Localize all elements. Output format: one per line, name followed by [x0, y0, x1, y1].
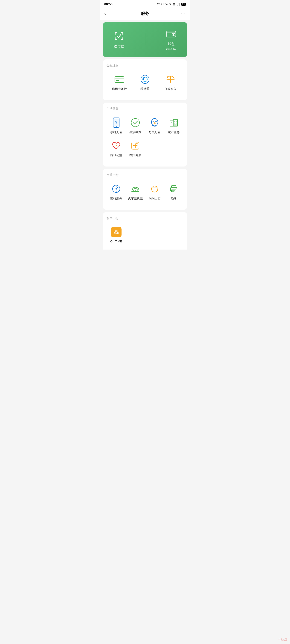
- on-time-label: On TIME: [110, 240, 122, 243]
- back-button[interactable]: ‹: [104, 10, 111, 16]
- city-service-icon: [168, 117, 179, 128]
- wealth-label: 理财通: [140, 87, 149, 91]
- svg-point-22: [142, 79, 144, 80]
- finance-row-1: 信用卡还款 理财通: [107, 72, 183, 93]
- hotel-icon: [168, 184, 179, 194]
- wallet-icon: [165, 28, 177, 40]
- payment-item[interactable]: 收付款: [113, 30, 125, 48]
- placeholder-1: [145, 138, 164, 159]
- on-time-bot: TIME: [114, 232, 119, 234]
- transport-section: 交通出行 出行服务: [103, 169, 187, 210]
- svg-rect-13: [167, 32, 176, 33]
- svg-rect-34: [170, 121, 173, 126]
- charity-label: 腾讯公益: [110, 153, 122, 157]
- svg-point-30: [155, 121, 157, 122]
- train-item[interactable]: 火车票机票: [126, 182, 145, 202]
- city-service-item[interactable]: 城市服务: [164, 116, 184, 136]
- svg-point-55: [176, 188, 177, 189]
- qcoin-icon: [149, 117, 160, 128]
- svg-text:¥: ¥: [115, 121, 117, 124]
- didi-label: 滴滴出行: [149, 196, 161, 200]
- wallet-label: 钱包: [168, 42, 175, 46]
- life-bills-item[interactable]: 生活缴费: [126, 116, 145, 136]
- qcoin-label: Q币充值: [149, 130, 160, 134]
- insurance-item[interactable]: 保险服务: [158, 72, 183, 93]
- svg-rect-19: [116, 80, 119, 81]
- svg-point-31: [153, 121, 154, 122]
- finance-title: 金融理财: [107, 64, 183, 68]
- svg-rect-9: [115, 39, 117, 40]
- svg-rect-37: [174, 121, 175, 122]
- travel-item[interactable]: 出行服务: [107, 182, 126, 202]
- transport-row-1: 出行服务 火车票机票: [107, 182, 183, 202]
- svg-rect-41: [174, 124, 177, 126]
- svg-point-29: [153, 121, 154, 122]
- life-bills-icon: [130, 117, 141, 128]
- svg-point-28: [151, 118, 158, 126]
- partial-row: ON TIME On TIME: [107, 225, 183, 245]
- wifi-icon: [172, 3, 176, 6]
- city-service-label: 城市服务: [168, 130, 180, 134]
- on-time-item[interactable]: ON TIME On TIME: [107, 225, 126, 245]
- status-bar: 00:53 26.2 KB/s ✕ 21: [100, 0, 190, 7]
- didi-icon: [149, 184, 160, 194]
- svg-rect-5: [115, 32, 116, 35]
- placeholder-4: [145, 225, 164, 245]
- health-icon: [130, 140, 141, 151]
- credit-card-item[interactable]: 信用卡还款: [107, 72, 132, 93]
- svg-rect-36: [171, 122, 172, 123]
- payment-label: 收付款: [114, 44, 124, 48]
- charity-icon: [111, 140, 122, 151]
- svg-rect-0: [177, 5, 177, 6]
- charity-item[interactable]: 腾讯公益: [107, 138, 126, 159]
- wealth-item[interactable]: 理财通: [132, 72, 158, 93]
- speed-label: 26.2 KB/s: [157, 3, 168, 6]
- travel-label: 出行服务: [110, 196, 122, 200]
- payment-icon: [113, 30, 125, 42]
- svg-point-32: [156, 121, 156, 122]
- train-label: 火车票机票: [128, 196, 143, 200]
- health-label: 医疗健康: [129, 153, 141, 157]
- status-icons: 26.2 KB/s ✕ 21: [157, 3, 186, 6]
- svg-point-15: [173, 34, 174, 35]
- svg-rect-39: [174, 122, 175, 124]
- svg-rect-3: [179, 3, 180, 6]
- partial-section: 相关出行 ON TIME On TIME: [103, 212, 187, 250]
- svg-point-45: [116, 188, 117, 190]
- mobile-topup-label: 手机充值: [110, 130, 122, 134]
- life-title: 生活服务: [107, 107, 183, 111]
- mobile-topup-icon: ¥: [111, 117, 122, 128]
- life-row-1: ¥ 手机充值 生活缴费: [107, 116, 183, 136]
- placeholder-3: [126, 225, 145, 245]
- svg-rect-16: [115, 76, 124, 82]
- x-icon: ✕: [169, 3, 171, 6]
- wallet-amount: ¥644.57: [166, 47, 177, 50]
- didi-item[interactable]: 滴滴出行: [145, 182, 164, 202]
- insurance-icon: [165, 74, 176, 85]
- on-time-icon: ON TIME: [111, 227, 122, 237]
- life-row-2: 腾讯公益 医疗健康: [107, 138, 183, 159]
- credit-card-icon: [114, 74, 125, 85]
- svg-rect-40: [176, 122, 177, 124]
- credit-card-label: 信用卡还款: [112, 87, 127, 91]
- battery-icon: 21: [181, 3, 186, 6]
- svg-rect-7: [122, 32, 123, 35]
- wealth-icon: [140, 74, 150, 85]
- health-item[interactable]: 医疗健康: [126, 138, 145, 159]
- header: ‹ 服务 ···: [100, 7, 190, 20]
- wallet-item[interactable]: 钱包 ¥644.57: [165, 28, 177, 50]
- svg-point-27: [131, 118, 139, 127]
- svg-rect-17: [115, 78, 124, 79]
- green-banner: 收付款 钱包 ¥644.57: [103, 22, 187, 57]
- hotel-label: 酒店: [171, 196, 177, 200]
- svg-point-20: [141, 75, 149, 84]
- svg-rect-1: [178, 4, 178, 6]
- more-button[interactable]: ···: [179, 11, 186, 16]
- svg-point-26: [116, 126, 117, 127]
- partial-title: 相关出行: [107, 216, 183, 220]
- train-icon: [130, 184, 141, 194]
- finance-section: 金融理财 信用卡还款: [103, 59, 187, 100]
- hotel-item[interactable]: 酒店: [164, 182, 184, 202]
- qcoin-item[interactable]: Q币充值: [145, 116, 164, 136]
- mobile-topup-item[interactable]: ¥ 手机充值: [107, 116, 126, 136]
